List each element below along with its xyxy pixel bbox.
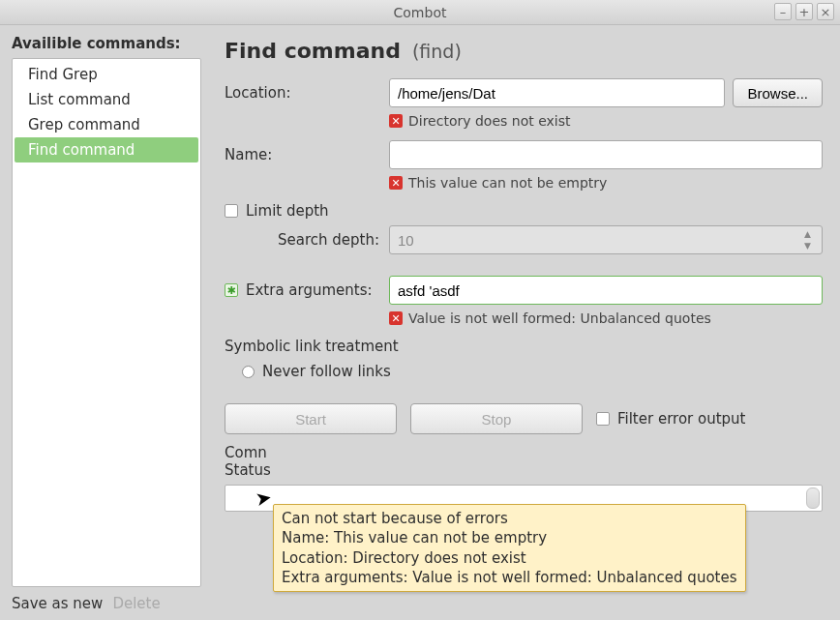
list-item[interactable]: Find Grep xyxy=(15,62,198,87)
command-line-label: Comn xyxy=(225,444,267,461)
start-button[interactable]: Start xyxy=(225,403,397,434)
tooltip-line: Can not start because of errors xyxy=(282,509,737,528)
save-as-new-button[interactable]: Save as new xyxy=(12,595,103,612)
chevron-down-icon: ▼ xyxy=(804,241,820,251)
stop-button[interactable]: Stop xyxy=(410,403,583,434)
extra-args-error-text: Value is not well formed: Unbalanced quo… xyxy=(408,310,711,326)
delete-button[interactable]: Delete xyxy=(112,595,160,612)
limit-depth-checkbox[interactable] xyxy=(225,204,238,218)
tooltip-line: Location: Directory does not exist xyxy=(282,548,737,568)
page-title: Find command (find) xyxy=(225,39,823,63)
extra-args-error: ✕ Value is not well formed: Unbalanced q… xyxy=(389,310,823,326)
limit-depth-label: Limit depth xyxy=(246,202,329,220)
symlink-header: Symbolic link treatment xyxy=(225,338,823,355)
chevron-up-icon: ▲ xyxy=(804,229,820,239)
tooltip-line: Name: This value can not be emptry xyxy=(282,528,737,547)
tooltip-line: Extra arguments: Value is not well forme… xyxy=(282,568,737,587)
name-error-text: This value can not be emptry xyxy=(408,175,607,191)
error-icon: ✕ xyxy=(389,176,403,190)
maximize-button[interactable]: + xyxy=(795,3,813,20)
search-depth-input xyxy=(389,225,823,254)
search-depth-label: Search depth: xyxy=(225,231,389,249)
error-tooltip: Can not start because of errors Name: Th… xyxy=(273,504,746,592)
never-follow-label: Never follow links xyxy=(262,363,391,380)
minimize-button[interactable]: – xyxy=(774,3,792,20)
close-button[interactable]: × xyxy=(817,3,834,20)
name-label: Name: xyxy=(225,146,389,163)
extra-args-label: Extra arguments: xyxy=(246,281,373,299)
status-label: Status xyxy=(225,461,271,479)
browse-button[interactable]: Browse... xyxy=(733,78,823,107)
error-icon: ✕ xyxy=(389,114,403,128)
name-input[interactable] xyxy=(389,140,823,169)
extra-args-checkbox[interactable]: ✱ xyxy=(225,283,238,297)
list-item[interactable]: Grep command xyxy=(15,112,198,137)
filter-error-label: Filter error output xyxy=(617,410,745,428)
list-item[interactable]: Find command xyxy=(15,137,198,162)
window-titlebar: Combot – + × xyxy=(0,0,840,25)
page-subtitle: (find) xyxy=(412,41,462,62)
sidebar-header: Availible commands: xyxy=(12,35,201,52)
location-error: ✕ Directory does not exist xyxy=(389,113,823,129)
error-icon: ✕ xyxy=(389,311,403,325)
never-follow-radio[interactable] xyxy=(242,366,255,378)
page-title-text: Find command xyxy=(225,39,401,63)
location-input[interactable] xyxy=(389,78,725,107)
extra-args-input[interactable] xyxy=(389,276,823,305)
window-title: Combot xyxy=(394,5,447,20)
spin-buttons[interactable]: ▲ ▼ xyxy=(804,228,820,251)
name-error: ✕ This value can not be emptry xyxy=(389,175,823,191)
location-label: Location: xyxy=(225,84,389,102)
list-item[interactable]: List command xyxy=(15,87,198,112)
filter-error-checkbox[interactable] xyxy=(596,412,610,426)
location-error-text: Directory does not exist xyxy=(408,113,571,129)
sidebar: Availible commands: Find Grep List comma… xyxy=(0,25,209,620)
scrollbar[interactable] xyxy=(806,487,820,509)
command-list[interactable]: Find Grep List command Grep command Find… xyxy=(12,58,201,587)
